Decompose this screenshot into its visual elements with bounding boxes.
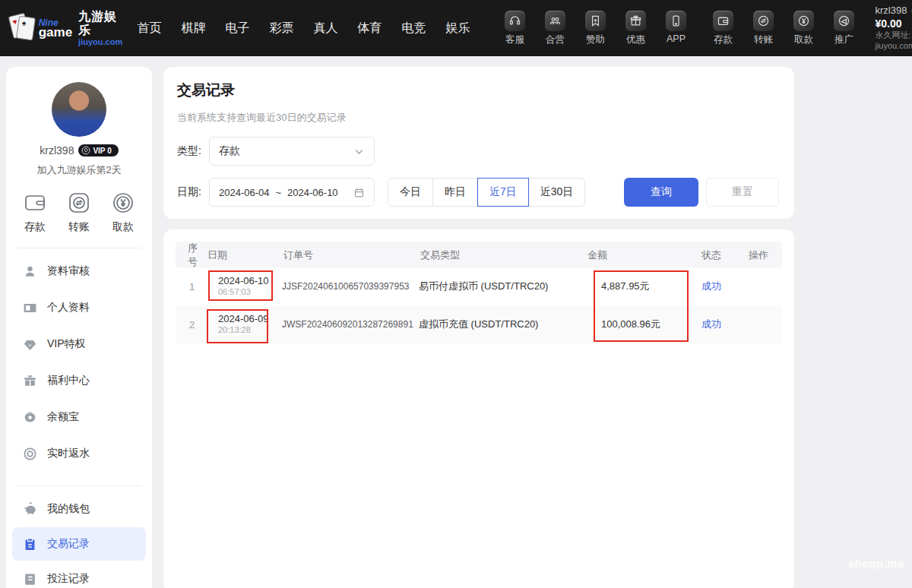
range-30days-button[interactable]: 近30日: [528, 178, 586, 207]
logo-brand-bottom: game: [39, 26, 72, 39]
nav-link-sports[interactable]: 体育: [357, 21, 382, 36]
header-type: 交易类型: [419, 248, 586, 262]
promote-button[interactable]: 推广: [829, 11, 858, 46]
calendar-icon: [353, 187, 365, 198]
table-header-row: 序号 日期 订单号 交易类型 金额 状态 操作: [176, 242, 782, 267]
deposit-button[interactable]: 存款: [708, 11, 737, 46]
clipboard-icon: [23, 537, 37, 552]
results-card: 序号 日期 订单号 交易类型 金额 状态 操作 1 2024-06-10 06:…: [163, 229, 794, 588]
nav-link-esports[interactable]: 电竞: [401, 21, 426, 36]
nav-link-home[interactable]: 首页: [137, 21, 161, 36]
withdraw-icon: [111, 191, 135, 215]
nav-link-chess[interactable]: 棋牌: [181, 21, 205, 36]
row-date: 2024-06-09 20:13:28: [206, 313, 282, 336]
type-label: 类型:: [177, 144, 209, 158]
profile-username: krzl398: [40, 144, 74, 156]
row-order-no: JWSF202406092013287269891: [282, 319, 419, 330]
row-time: 20:13:28: [218, 325, 282, 336]
transfer-button[interactable]: 转账: [749, 11, 777, 46]
sidebar-item-welfare-center[interactable]: 福利中心: [6, 362, 152, 399]
vip-diamond-icon: [23, 337, 37, 352]
user-info-block: krzl398 VIP0 ¥0.00 永久网址: jiuyou.com: [875, 5, 912, 51]
partnership-button[interactable]: 合营: [540, 11, 569, 46]
divider: [17, 248, 141, 248]
sidebar: krzl398 VIP 0 加入九游娱乐第2天 存款 转账 取款: [6, 67, 152, 588]
sidebar-item-betting-records[interactable]: 投注记录: [6, 561, 152, 588]
header-order-no: 订单号: [282, 248, 419, 262]
service-icon-group: 客服 合营 赞助 优惠: [500, 11, 690, 46]
reset-button[interactable]: 重置: [706, 178, 779, 207]
notebook-icon: [23, 572, 37, 586]
transactions-table: 序号 日期 订单号 交易类型 金额 状态 操作 1 2024-06-10 06:…: [176, 242, 782, 343]
sidebar-item-profile-review[interactable]: 资料审核: [6, 253, 152, 289]
range-yesterday-button[interactable]: 昨日: [432, 178, 478, 207]
customer-service-button[interactable]: 客服: [500, 11, 529, 46]
quick-action-transfer[interactable]: 转账: [67, 191, 91, 234]
transfer-coin-icon: [753, 11, 774, 31]
piggy-icon: [23, 410, 37, 425]
permanent-url[interactable]: 永久网址: jiuyou.com: [875, 30, 912, 52]
nav-link-slots[interactable]: 电子: [225, 21, 249, 36]
date-start: 2024-06-04: [219, 187, 270, 198]
nav-link-lottery[interactable]: 彩票: [269, 21, 293, 36]
range-today-button[interactable]: 今日: [388, 178, 433, 207]
headset-icon: [505, 11, 525, 31]
row-status: 成功: [700, 280, 747, 293]
partners-icon: [545, 11, 565, 31]
header-status: 状态: [700, 248, 747, 262]
wallet-pig-icon: [23, 502, 37, 517]
date-label: 日期:: [177, 185, 209, 199]
withdraw-button[interactable]: 取款: [789, 11, 818, 46]
wallet-icon: [713, 11, 733, 31]
site-logo[interactable]: Nine game 九游娱乐 jiuyou.com: [11, 10, 125, 46]
quick-action-deposit[interactable]: 存款: [23, 191, 47, 234]
sidebar-item-vip-privileges[interactable]: VIP特权: [6, 326, 152, 362]
type-select[interactable]: 存款: [209, 137, 375, 166]
logo-domain: jiuyou.com: [78, 37, 125, 46]
promote-coin-icon: [834, 11, 854, 31]
person-icon: [23, 264, 37, 279]
filter-card: 交易记录 当前系统支持查询最近30日的交易记录 类型: 存款 日期: 2024-…: [163, 67, 794, 219]
bookmark-star-icon: [585, 11, 606, 31]
username: krzl398: [875, 5, 907, 17]
header-date: 日期: [206, 248, 282, 262]
page-subtitle: 当前系统支持查询最近30日的交易记录: [177, 111, 779, 125]
header-index: 序号: [176, 242, 206, 269]
sidebar-item-transaction-records[interactable]: 交易记录: [12, 527, 146, 561]
gift-icon: [625, 11, 646, 31]
app-download-button[interactable]: APP: [661, 11, 690, 46]
row-amount: 100,008.96元: [586, 318, 700, 331]
type-filter-row: 类型: 存款: [177, 137, 779, 166]
sidebar-item-my-wallet[interactable]: 我的钱包: [6, 491, 152, 527]
nav-link-live[interactable]: 真人: [313, 21, 337, 36]
promotions-button[interactable]: 优惠: [621, 11, 650, 46]
top-navbar: Nine game 九游娱乐 jiuyou.com 首页 棋牌 电子 彩票 真人…: [0, 0, 912, 56]
page: Nine game 九游娱乐 jiuyou.com 首页 棋牌 电子 彩票 真人…: [0, 0, 912, 588]
quick-action-withdraw[interactable]: 取款: [111, 191, 135, 234]
quick-range-group: 今日 昨日 近7日 近30日: [388, 178, 585, 207]
main-nav-links: 首页 棋牌 电子 彩票 真人 体育 电竞 娱乐: [137, 21, 470, 36]
id-card-icon: [23, 301, 37, 315]
gift-icon: [23, 374, 37, 388]
logo-name-cn: 九游娱乐: [78, 10, 125, 36]
join-days-text: 加入九游娱乐第2天: [6, 163, 152, 177]
profile-avatar[interactable]: [52, 82, 106, 137]
row-index: 2: [176, 319, 206, 330]
row-type: 虚拟币充值 (USDT/TRC20): [419, 318, 586, 331]
rebate-icon: [23, 447, 37, 461]
date-filter-row: 日期: 2024-06-04 ~ 2024-06-10 今日 昨日 近7日 近3…: [177, 178, 779, 207]
sidebar-item-personal-info[interactable]: 个人资料: [6, 289, 152, 326]
diamond-icon: [81, 146, 90, 155]
sidebar-item-realtime-rebate[interactable]: 实时返水: [6, 435, 152, 472]
nav-link-entertainment[interactable]: 娱乐: [445, 21, 470, 36]
date-range-input[interactable]: 2024-06-04 ~ 2024-06-10: [209, 178, 375, 207]
quick-actions: 存款 转账 取款: [6, 191, 152, 234]
watermark: shequ.me: [848, 557, 904, 570]
sponsor-button[interactable]: 赞助: [581, 11, 610, 46]
phone-icon: [666, 11, 686, 31]
sidebar-item-yuebao[interactable]: 余额宝: [6, 399, 152, 435]
query-button[interactable]: 查询: [624, 178, 698, 207]
range-7days-button[interactable]: 近7日: [477, 178, 529, 207]
row-order-no: JJSF202406100657039397953: [282, 281, 419, 292]
type-select-value: 存款: [219, 144, 353, 158]
